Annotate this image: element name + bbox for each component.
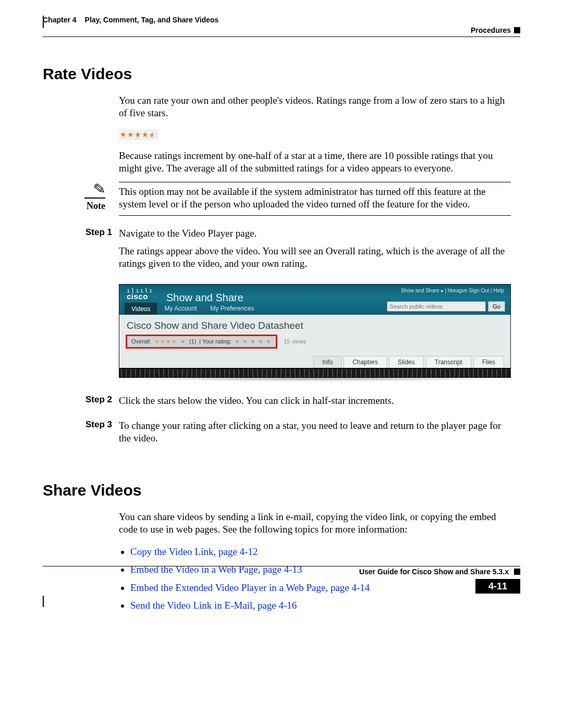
share-paragraph-1: You can share videos by sending a link i… bbox=[119, 511, 511, 536]
overall-label: Overall: bbox=[131, 338, 151, 344]
header-rule bbox=[43, 36, 520, 37]
go-button[interactable]: Go bbox=[488, 301, 505, 312]
step-1-text-1: Navigate to the Video Player page. bbox=[119, 227, 511, 240]
step-2-label: Step 2 bbox=[43, 394, 119, 405]
star-half-icon: ★ bbox=[149, 131, 156, 139]
header-square-icon bbox=[514, 27, 520, 33]
overall-count: (1) bbox=[189, 338, 196, 344]
footer-guide-title: User Guide for Cisco Show and Share 5.3.… bbox=[359, 567, 509, 576]
star-empty-icon[interactable]: ★ ★ ★ ★ ★ bbox=[235, 338, 272, 345]
step-1-text-2: The ratings appear above the video. You … bbox=[119, 245, 511, 270]
screenshot-show-and-share: ılıılı cisco Show and Share Show and Sha… bbox=[119, 284, 511, 378]
rating-example-graphic: ★★★★★ bbox=[119, 129, 158, 140]
video-title: Cisco Show and Share Video Datasheet bbox=[119, 315, 510, 335]
star-icon: ★ bbox=[127, 131, 134, 139]
section-label: Procedures bbox=[471, 26, 511, 34]
top-utility-links[interactable]: Show and Share ▸ | hkeagve Sign Out | He… bbox=[401, 288, 504, 293]
view-count: 15 views bbox=[284, 338, 306, 344]
star-icon: ★ bbox=[120, 131, 127, 139]
note-body: This option may not be available if the … bbox=[119, 182, 511, 216]
step-3-label: Step 3 bbox=[43, 419, 119, 430]
chapter-title: Play, Comment, Tag, and Share Videos bbox=[85, 16, 219, 24]
xref-copy-link[interactable]: Copy the Video Link, page 4-12 bbox=[130, 546, 258, 557]
page-number: 4-11 bbox=[475, 579, 520, 594]
step-2-text: Click the stars below the video. You can… bbox=[119, 394, 511, 407]
tab-chapters[interactable]: Chapters bbox=[344, 356, 387, 368]
tab-my-preferences[interactable]: My Preferences bbox=[204, 303, 261, 315]
xref-send-email[interactable]: Send the Video Link in E-Mail, page 4-16 bbox=[130, 600, 297, 611]
note-label: Note bbox=[43, 201, 105, 212]
heading-share-videos: Share Videos bbox=[43, 482, 511, 499]
chapter-label: Chapter 4 bbox=[43, 16, 77, 24]
rate-paragraph-1: You can rate your own and other people's… bbox=[119, 94, 511, 120]
list-item: Send the Video Link in E-Mail, page 4-16 bbox=[130, 597, 511, 614]
tab-files[interactable]: Files bbox=[473, 356, 504, 368]
star-icon: ★ bbox=[142, 131, 149, 139]
tab-my-account[interactable]: My Account bbox=[158, 303, 203, 315]
tab-info[interactable]: Info bbox=[313, 356, 341, 368]
step-3-text: To change your rating after clicking on … bbox=[119, 419, 511, 445]
your-rating-label: | Your rating: bbox=[199, 338, 231, 344]
footer-square-icon bbox=[514, 569, 520, 575]
step-1-label: Step 1 bbox=[43, 227, 119, 238]
rate-paragraph-2: Because ratings increment by one-half of… bbox=[119, 150, 511, 175]
tab-slides[interactable]: Slides bbox=[389, 356, 424, 368]
star-half-icon: ★ bbox=[180, 338, 186, 345]
video-strip-decoration bbox=[119, 368, 510, 377]
search-input[interactable] bbox=[387, 301, 486, 312]
heading-rate-videos: Rate Videos bbox=[43, 65, 511, 83]
note-pencil-icon: ✎ bbox=[93, 181, 106, 197]
tab-transcript[interactable]: Transcript bbox=[426, 356, 471, 368]
footer-rule bbox=[43, 566, 520, 566]
star-icon: ★★★★ bbox=[154, 338, 177, 345]
list-item: Copy the Video Link, page 4-12 bbox=[130, 543, 511, 561]
note-underline bbox=[84, 198, 105, 199]
rating-highlight-box: Overall: ★★★★★ (1) | Your rating: ★ ★ ★ … bbox=[126, 335, 277, 349]
tab-videos[interactable]: Videos bbox=[125, 303, 157, 315]
product-name: Show and Share bbox=[166, 292, 243, 304]
star-icon: ★ bbox=[134, 131, 142, 139]
cisco-logo: ılıılı cisco bbox=[127, 288, 154, 300]
